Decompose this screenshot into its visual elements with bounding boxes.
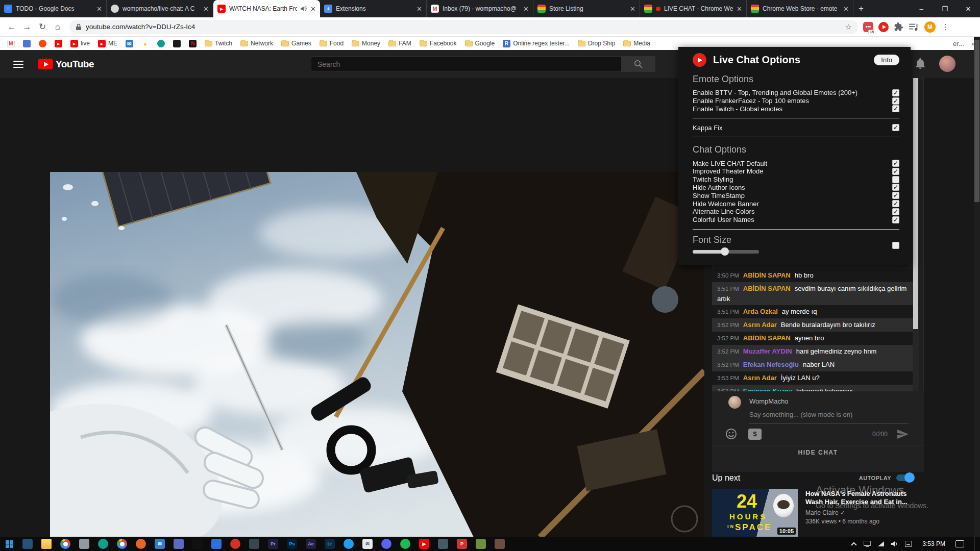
emote-checkbox[interactable]: ✓ xyxy=(892,97,899,105)
chat-author-name[interactable]: ABİDİN SAPAN xyxy=(743,285,791,292)
chat-checkbox[interactable]: ✓ xyxy=(892,192,899,199)
tab-close-icon[interactable]: ✕ xyxy=(310,5,316,13)
emote-checkbox[interactable]: ✓ xyxy=(892,105,899,112)
font-size-slider[interactable] xyxy=(693,250,759,254)
taskbar-app-icon[interactable]: P xyxy=(457,539,467,549)
taskbar-app-icon[interactable] xyxy=(230,539,240,549)
chat-checkbox[interactable]: ✓ xyxy=(892,168,899,175)
taskbar-app-icon[interactable]: Ps xyxy=(287,539,297,549)
hide-chat-button[interactable]: HIDE CHAT xyxy=(712,449,924,456)
action-center-icon[interactable] xyxy=(955,540,964,547)
live-chat-extension-icon[interactable] xyxy=(878,22,889,32)
chat-author-name[interactable]: ABİDİN SAPAN xyxy=(743,271,791,279)
emoji-icon[interactable] xyxy=(725,428,737,440)
browser-menu-icon[interactable]: ⋮ xyxy=(942,22,949,32)
browser-tab[interactable]: ≡TODO - Google Docs✕ xyxy=(0,0,107,17)
user-avatar[interactable] xyxy=(939,56,955,72)
start-button[interactable] xyxy=(0,537,18,551)
taskbar-app-icon[interactable] xyxy=(60,539,70,549)
browser-tab[interactable]: ▸WATCH NASA: Earth Fro✕ xyxy=(213,0,320,17)
reload-button[interactable]: ↻ xyxy=(35,21,50,32)
bookmark-item-twitch[interactable]: Twitch xyxy=(202,39,235,48)
chat-scrollbar-thumb[interactable] xyxy=(913,78,918,329)
tray-chevron-icon[interactable] xyxy=(851,542,857,547)
font-size-checkbox[interactable]: ✓ xyxy=(892,242,899,249)
autoplay-toggle[interactable] xyxy=(896,474,914,481)
menu-icon[interactable] xyxy=(13,61,23,68)
taskbar-app-icon[interactable] xyxy=(438,539,448,549)
chat-author-name[interactable]: Asrın Adar xyxy=(743,374,777,382)
search-button[interactable] xyxy=(622,56,655,72)
close-button[interactable]: ✕ xyxy=(957,0,980,17)
chat-message-row[interactable]: 3:50 PMABİDİN SAPANhb bro xyxy=(712,269,916,282)
chat-scrollbar[interactable] xyxy=(913,78,919,391)
browser-tab[interactable]: Chrome Web Store - emote✕ xyxy=(747,0,853,17)
taskbar-app-icon[interactable] xyxy=(400,539,410,549)
slider-knob[interactable] xyxy=(721,247,729,256)
chat-author-name[interactable]: Asrın Adar xyxy=(743,321,777,329)
info-button[interactable]: Info xyxy=(874,55,899,65)
tab-close-icon[interactable]: ✕ xyxy=(203,5,209,13)
chat-user-avatar[interactable] xyxy=(728,396,741,409)
superchat-icon[interactable]: $ xyxy=(748,429,762,440)
bookmark-item[interactable] xyxy=(36,39,50,48)
tab-close-icon[interactable]: ✕ xyxy=(630,5,635,13)
chat-message-row[interactable]: 3:53 PMAsrın Adarİyiyiz LAN u? xyxy=(712,371,916,385)
chat-checkbox[interactable]: ✓ xyxy=(892,216,899,223)
taskbar-app-icon[interactable] xyxy=(381,539,391,549)
forward-button[interactable]: → xyxy=(19,22,35,32)
tab-close-icon[interactable]: ✕ xyxy=(843,5,849,13)
tray-volume-icon[interactable] xyxy=(891,541,898,547)
bookmark-item[interactable] xyxy=(20,39,34,48)
taskbar-app-icon[interactable]: Ae xyxy=(306,539,316,549)
up-next-video-title[interactable]: How NASA's Female Astronauts Wash Hair, … xyxy=(805,490,922,506)
taskbar-app-icon[interactable] xyxy=(98,539,108,549)
bookmark-item-media[interactable]: Media xyxy=(620,39,653,48)
maximize-button[interactable]: ❐ xyxy=(933,0,957,17)
tray-monitor-icon[interactable] xyxy=(863,541,871,547)
bookmark-item[interactable] xyxy=(154,39,168,48)
taskbar-app-icon[interactable] xyxy=(136,539,146,549)
bookmark-item[interactable]: ▲ xyxy=(138,39,152,48)
taskbar-app-icon[interactable]: Lr xyxy=(325,539,335,549)
chat-author-name[interactable]: Muzaffer AYDIN xyxy=(743,347,792,355)
taskbar-clock[interactable]: 3:53 PM xyxy=(918,540,949,547)
bookmark-item-drop-ship[interactable]: Drop Ship xyxy=(575,39,618,48)
chat-checkbox[interactable]: ✓ xyxy=(892,200,899,207)
chat-message-row[interactable]: 3:51 PMABİDİN SAPANsevdim burayı canım s… xyxy=(712,282,916,305)
taskbar-app-icon[interactable]: ▶ xyxy=(419,539,429,549)
chat-checkbox[interactable]: ✓ xyxy=(892,208,899,215)
taskbar-app-icon[interactable] xyxy=(249,539,259,549)
bookmark-item-me[interactable]: ▸ME xyxy=(95,39,120,48)
tab-close-icon[interactable]: ✕ xyxy=(96,5,102,13)
emote-checkbox[interactable]: ✓ xyxy=(892,89,899,96)
taskbar-app-icon[interactable] xyxy=(174,539,184,549)
youtube-logo[interactable]: YouTube xyxy=(38,59,94,70)
chat-message-row[interactable]: 3:52 PMMuzaffer AYDINhani gelmediniz zey… xyxy=(712,345,916,358)
bookmark-item-food[interactable]: Food xyxy=(316,39,347,48)
taskbar-app-icon[interactable]: ✉ xyxy=(155,539,165,549)
send-icon[interactable] xyxy=(897,429,909,439)
tray-language-icon[interactable] xyxy=(904,541,912,547)
bookmark-item[interactable]: N xyxy=(186,39,200,48)
back-button[interactable]: ← xyxy=(4,22,19,32)
bookmark-item-games[interactable]: Games xyxy=(278,39,314,48)
taskbar-app-icon[interactable] xyxy=(476,539,486,549)
tab-close-icon[interactable]: ✕ xyxy=(523,5,529,13)
up-next-thumbnail[interactable]: 24 HOURS INSPACE 10:05 xyxy=(712,489,798,537)
bookmark-item[interactable]: M xyxy=(4,39,18,48)
taskbar-app-icon[interactable] xyxy=(495,539,505,549)
tray-network-icon[interactable] xyxy=(877,541,885,547)
taskbar-app-icon[interactable] xyxy=(117,539,127,549)
taskbar-app-icon[interactable]: Pr xyxy=(268,539,278,549)
show-desktop-button[interactable] xyxy=(974,537,977,551)
taskbar-app-icon[interactable] xyxy=(344,539,354,549)
extension-icon-red[interactable]: ••• 15 xyxy=(863,22,873,32)
page-scrollbar-thumb[interactable] xyxy=(974,40,979,202)
playlist-icon[interactable] xyxy=(909,22,919,32)
chat-author-name[interactable]: ABİDİN SAPAN xyxy=(743,334,791,342)
bookmark-item[interactable]: ▸ xyxy=(52,39,65,48)
taskbar-app-icon[interactable] xyxy=(22,539,33,549)
chat-author-name[interactable]: Arda Ozkal xyxy=(743,308,778,315)
minimize-button[interactable]: – xyxy=(910,0,933,17)
